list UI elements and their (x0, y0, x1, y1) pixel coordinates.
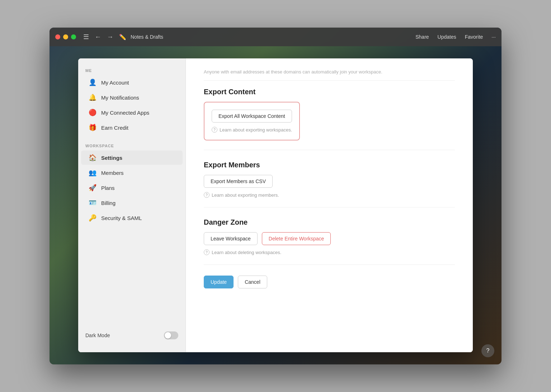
export-members-learn-link[interactable]: ? Learn about exporting members. (204, 192, 455, 198)
sidebar-item-label: My Account (101, 80, 129, 86)
sidebar-item-label: Earn Credit (101, 125, 128, 131)
sidebar-item-my-connected-apps[interactable]: 🔴 My Connected Apps (81, 105, 183, 120)
sidebar-item-label: My Notifications (101, 95, 139, 101)
me-section-label: ME (78, 66, 185, 75)
cancel-button[interactable]: Cancel (238, 276, 267, 288)
window-title: Notes & Drafts (131, 34, 163, 40)
dark-mode-toggle[interactable] (164, 331, 178, 339)
export-members-csv-button[interactable]: Export Members as CSV (204, 175, 273, 188)
nav-controls: ☰ ← → ✏️ (82, 32, 128, 42)
earn-credit-icon: 🎁 (88, 124, 97, 132)
bottom-actions: Update Cancel (204, 276, 455, 288)
export-workspaces-learn-link[interactable]: ? Learn about exporting workspaces. (212, 127, 292, 133)
sidebar-item-my-account[interactable]: 👤 My Account (81, 75, 183, 90)
sidebar-item-billing[interactable]: 🪪 Billing (81, 196, 183, 210)
sidebar-item-label: Billing (101, 200, 116, 206)
forward-icon[interactable]: → (105, 33, 115, 42)
pencil-icon: ✏️ (118, 33, 128, 41)
back-icon[interactable]: ← (93, 33, 103, 42)
sidebar-item-security-saml[interactable]: 🔑 Security & SAML (81, 211, 183, 225)
help-bubble[interactable]: ? (481, 344, 494, 357)
help-circle-icon: ? (204, 192, 209, 198)
sidebar-item-label: Plans (101, 185, 115, 191)
danger-zone-section: Danger Zone Leave Workspace Delete Entir… (204, 218, 455, 265)
export-members-section: Export Members Export Members as CSV ? L… (204, 161, 455, 207)
sidebar-item-my-notifications[interactable]: 🔔 My Notifications (81, 90, 183, 105)
minimize-button[interactable] (63, 34, 68, 39)
members-icon: 👥 (88, 169, 97, 177)
main-content: Anyone with email addresses at these dom… (186, 58, 473, 352)
export-content-wrapper: Export All Workspace Content ? Learn abo… (204, 102, 455, 140)
update-button[interactable]: Update (204, 276, 234, 288)
export-content-box: Export All Workspace Content ? Learn abo… (204, 102, 300, 140)
leave-workspace-button[interactable]: Leave Workspace (204, 232, 258, 245)
notifications-icon: 🔔 (88, 94, 97, 101)
dark-mode-toggle-row: Dark Mode (78, 326, 185, 345)
settings-icon: 🏠 (88, 154, 97, 162)
sidebar: ME 👤 My Account 🔔 My Notifications 🔴 My … (78, 58, 186, 352)
danger-zone-learn-link[interactable]: ? Learn about deleting workspaces. (204, 249, 455, 255)
security-icon: 🔑 (88, 214, 97, 222)
export-content-section: Export Content Export All Workspace Cont… (204, 88, 455, 150)
sidebar-item-members[interactable]: 👥 Members (81, 166, 183, 180)
sidebar-item-label: Settings (101, 155, 122, 161)
dark-mode-label: Dark Mode (85, 333, 110, 338)
export-content-title: Export Content (204, 88, 455, 96)
maximize-button[interactable] (71, 34, 76, 39)
titlebar-right-actions: Share Updates Favorite ··· (415, 34, 496, 40)
sidebar-item-plans[interactable]: 🚀 Plans (81, 181, 183, 195)
export-all-workspace-button[interactable]: Export All Workspace Content (212, 110, 292, 123)
app-window: ☰ ← → ✏️ Notes & Drafts Share Updates Fa… (50, 28, 501, 364)
plans-icon: 🚀 (88, 184, 97, 192)
domain-join-text: Anyone with email addresses at these dom… (204, 69, 455, 81)
updates-button[interactable]: Updates (438, 34, 456, 40)
sidebar-item-label: Members (101, 170, 124, 176)
billing-icon: 🪪 (88, 199, 97, 207)
close-button[interactable] (55, 34, 60, 39)
sidebar-item-settings[interactable]: 🏠 Settings (81, 150, 183, 165)
help-circle-icon: ? (212, 127, 217, 133)
danger-zone-buttons: Leave Workspace Delete Entire Workspace (204, 232, 455, 245)
share-button[interactable]: Share (415, 34, 429, 40)
window-content: ME 👤 My Account 🔔 My Notifications 🔴 My … (50, 46, 501, 364)
sidebar-item-earn-credit[interactable]: 🎁 Earn Credit (81, 120, 183, 135)
help-circle-icon: ? (204, 249, 209, 255)
danger-zone-title: Danger Zone (204, 218, 455, 226)
delete-workspace-button[interactable]: Delete Entire Workspace (262, 232, 331, 245)
hamburger-icon[interactable]: ☰ (82, 32, 90, 42)
favorite-button[interactable]: Favorite (465, 34, 483, 40)
sidebar-item-label: My Connected Apps (101, 110, 149, 116)
export-members-title: Export Members (204, 161, 455, 169)
traffic-lights (55, 34, 76, 39)
connected-apps-icon: 🔴 (88, 109, 97, 116)
settings-modal: ME 👤 My Account 🔔 My Notifications 🔴 My … (78, 58, 473, 352)
workspace-section-label: WORKSPACE (78, 141, 185, 150)
titlebar: ☰ ← → ✏️ Notes & Drafts Share Updates Fa… (50, 28, 501, 46)
account-icon: 👤 (88, 78, 97, 86)
more-button[interactable]: ··· (491, 34, 496, 40)
sidebar-item-label: Security & SAML (101, 215, 142, 221)
